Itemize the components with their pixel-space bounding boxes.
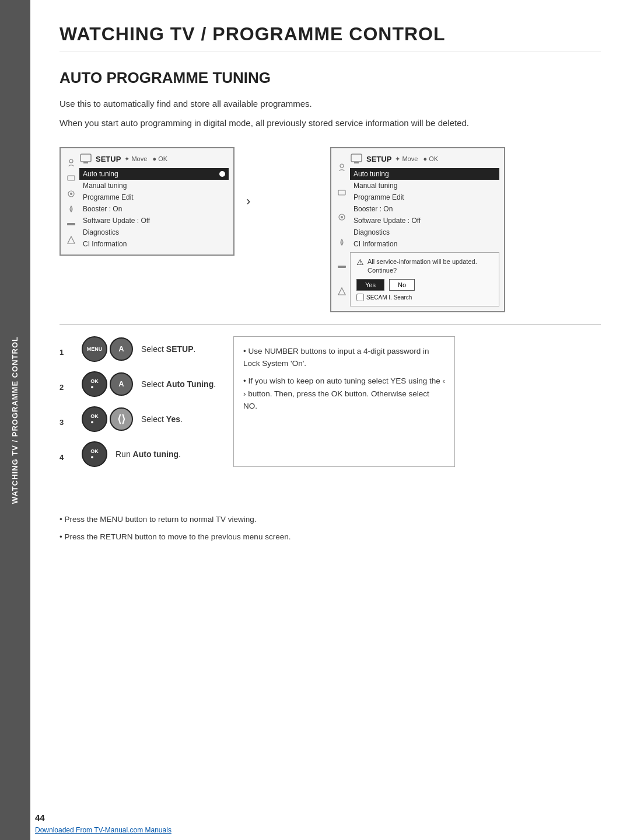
tv2-icon-6 — [337, 287, 346, 296]
secam-label: SECAM I. Search — [366, 294, 412, 301]
dialog-checkbox-area: SECAM I. Search — [356, 294, 493, 301]
tv2-menu-item-2: Programme Edit — [350, 191, 499, 203]
step-2-buttons: OK● A — [82, 371, 133, 397]
svg-rect-14 — [338, 266, 346, 268]
page-title: WATCHING TV / PROGRAMME CONTROL — [60, 23, 601, 51]
svg-marker-15 — [338, 288, 345, 295]
step-2-number: 2 — [60, 377, 74, 391]
tv1-menu-list: Auto tuning Manual tuning Programme Edit… — [79, 168, 229, 250]
step-3-nav-btn[interactable]: ⟨⟩ — [110, 407, 133, 431]
tv1-menu-item-4: Software Update : Off — [79, 215, 229, 226]
step-2: 2 OK● A Select Auto Tuning. — [60, 371, 216, 397]
description-1: Use this to automatically find and store… — [60, 97, 601, 111]
dialog-header: ⚠ All service-information will be update… — [356, 257, 493, 276]
step-3-number: 3 — [60, 412, 74, 426]
tv2-nav: ✦ Move ● OK — [395, 155, 438, 163]
tv1-title: SETUP — [96, 155, 121, 163]
step-2-label: Select Auto Tuning. — [141, 379, 216, 389]
dialog-no-button[interactable]: No — [389, 279, 415, 291]
footer-notes: • Press the MENU button to return to nor… — [60, 502, 601, 543]
ok-button-2[interactable]: OK● — [82, 371, 107, 397]
step-1-buttons: MENU A — [82, 336, 133, 362]
svg-rect-10 — [338, 190, 345, 195]
ok-button-4[interactable]: OK● — [82, 441, 107, 467]
dialog-text: All service-information will be updated.… — [368, 257, 477, 276]
tv2-menu-item-4: Software Update : Off — [350, 215, 499, 226]
tv2-icon — [350, 153, 363, 165]
tv-screen-2: SETUP ✦ Move ● OK Auto tuning Manual tun… — [330, 147, 505, 312]
svg-point-12 — [341, 216, 343, 218]
tv2-icon-1 — [337, 163, 346, 172]
screen1-wrapper: SETUP ✦ Move ● OK Auto tuning Manual tun… — [60, 147, 330, 256]
svg-rect-8 — [83, 162, 88, 163]
tv1-icon-2 — [66, 173, 76, 183]
info-box: • Use NUMBER buttons to input a 4-digit … — [233, 336, 455, 467]
tv2-icon-3 — [337, 212, 346, 222]
tv1-menu-item-0: Auto tuning — [79, 168, 229, 180]
divider — [60, 324, 601, 325]
step-4-buttons: OK● — [82, 441, 107, 467]
step-4-label: Run Auto tuning. — [116, 449, 181, 459]
dialog-box: ⚠ All service-information will be update… — [350, 252, 499, 306]
tv1-menu: SETUP ✦ Move ● OK Auto tuning Manual tun… — [79, 153, 229, 250]
step-2-nav-btn[interactable]: A — [110, 372, 133, 396]
main-content: WATCHING TV / PROGRAMME CONTROL AUTO PRO… — [30, 0, 630, 572]
tv1-panel: SETUP ✦ Move ● OK Auto tuning Manual tun… — [65, 153, 229, 250]
svg-rect-17 — [354, 162, 359, 163]
ok-button-3[interactable]: OK● — [82, 406, 107, 432]
page-number: 44 — [35, 813, 45, 822]
step-1-nav-btn[interactable]: A — [110, 337, 133, 361]
secam-checkbox[interactable] — [356, 294, 364, 301]
steps-area: 1 MENU A Select SETUP. 2 OK● — [60, 336, 601, 467]
step-1-number: 1 — [60, 342, 74, 356]
step-1: 1 MENU A Select SETUP. — [60, 336, 216, 362]
tv2-icon-col — [336, 153, 348, 306]
menu-button[interactable]: MENU — [82, 336, 107, 362]
sidebar: WATCHING TV / PROGRAMME CONTROL — [0, 0, 30, 840]
warning-icon: ⚠ — [356, 257, 364, 267]
tv1-menu-item-5: Diagnostics — [79, 226, 229, 238]
dialog-yes-button[interactable]: Yes — [356, 279, 384, 291]
step-1-label: Select SETUP. — [141, 344, 195, 354]
screen2-wrapper: SETUP ✦ Move ● OK Auto tuning Manual tun… — [330, 147, 601, 312]
tv1-header: SETUP ✦ Move ● OK — [79, 153, 229, 165]
download-link[interactable]: Downloaded From TV-Manual.com Manuals — [35, 826, 172, 834]
tv2-icon-5 — [337, 262, 346, 271]
tv2-menu-item-3: Booster : On — [350, 203, 499, 215]
svg-rect-1 — [68, 176, 75, 180]
steps-left: 1 MENU A Select SETUP. 2 OK● — [60, 336, 216, 467]
tv1-icon-1 — [66, 158, 76, 168]
screens-area: SETUP ✦ Move ● OK Auto tuning Manual tun… — [60, 147, 601, 312]
tv2-menu-item-5: Diagnostics — [350, 226, 499, 238]
sidebar-label: WATCHING TV / PROGRAMME CONTROL — [10, 336, 20, 504]
tv2-menu-list: Auto tuning Manual tuning Programme Edit… — [350, 168, 499, 250]
tv2-menu-item-0: Auto tuning — [350, 168, 499, 180]
svg-rect-16 — [351, 154, 362, 162]
step-3-label: Select Yes. — [141, 414, 183, 424]
info-bullet-1: • Use NUMBER buttons to input a 4-digit … — [243, 345, 445, 370]
tv2-icon-4 — [337, 238, 346, 247]
tv1-nav: ✦ Move ● OK — [124, 155, 167, 163]
svg-point-0 — [69, 159, 73, 163]
tv1-icon-3 — [66, 189, 76, 198]
tv-screen-1: SETUP ✦ Move ● OK Auto tuning Manual tun… — [60, 147, 235, 256]
dialog-buttons: Yes No — [356, 279, 493, 291]
tv2-header: SETUP ✦ Move ● OK — [350, 153, 499, 165]
arrow-right-icon: › — [246, 194, 250, 209]
tv1-menu-item-2: Programme Edit — [79, 191, 229, 203]
svg-marker-6 — [68, 236, 75, 243]
tv1-menu-item-3: Booster : On — [79, 203, 229, 215]
tv2-menu-item-1: Manual tuning — [350, 180, 499, 191]
tv2-icon-2 — [337, 188, 346, 197]
tv1-menu-item-1: Manual tuning — [79, 180, 229, 191]
tv1-menu-item-6: CI Information — [79, 238, 229, 250]
tv1-icon-5 — [66, 219, 76, 229]
footer-note-2: • Press the RETURN button to move to the… — [60, 531, 601, 543]
svg-rect-5 — [67, 223, 75, 225]
info-bullet-2: • If you wish to keep on auto tuning sel… — [243, 375, 445, 413]
tv1-active-dot — [219, 171, 225, 177]
step-4: 4 OK● Run Auto tuning. — [60, 441, 216, 467]
step-3-buttons: OK● ⟨⟩ — [82, 406, 133, 432]
svg-rect-7 — [80, 154, 91, 162]
tv1-icon — [79, 153, 92, 165]
